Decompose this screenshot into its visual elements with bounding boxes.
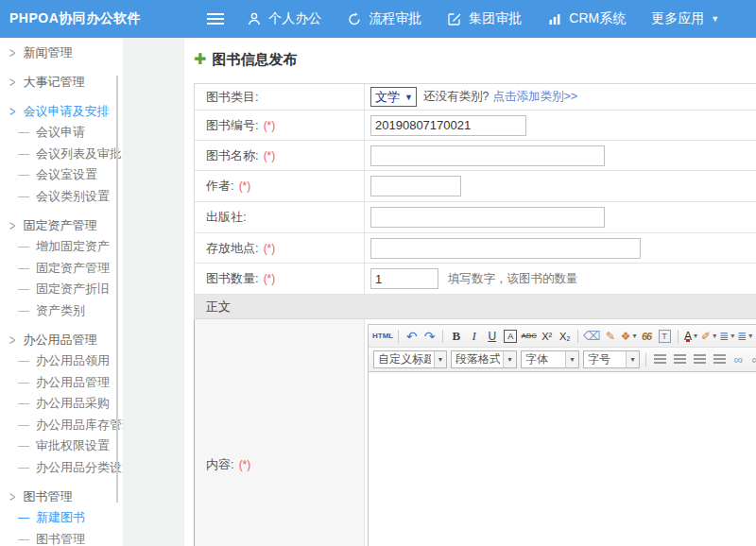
editor-format-brush-button[interactable]: ✎ <box>603 328 619 345</box>
editor-justify-full-button[interactable] <box>711 351 729 368</box>
editor-font-family-select[interactable]: 字体▾ <box>521 350 579 368</box>
sidebar-item[interactable]: —办公用品管理 <box>0 372 123 394</box>
chevron-down-icon: ▼ <box>711 14 719 24</box>
dropdown-arrow-icon: ▾ <box>503 351 516 367</box>
no-category-text: 还没有类别? <box>423 89 489 105</box>
chevron-right-icon: > <box>9 219 15 233</box>
editor-paste-text-button[interactable]: T <box>657 328 673 345</box>
editor-italic-button[interactable]: I <box>466 328 482 345</box>
redo-icon: ↷ <box>424 329 436 344</box>
sidebar-item[interactable]: —办公用品库存管理 <box>0 415 123 436</box>
hamburger-menu-icon[interactable] <box>207 13 224 25</box>
editor-font-size-select[interactable]: 字号▾ <box>583 350 640 368</box>
sidebar-item[interactable]: —固定资产管理 <box>0 258 123 280</box>
nav-label: 更多应用 <box>651 10 704 27</box>
sidebar-item[interactable]: —新建图书 <box>0 507 123 529</box>
sidebar-group[interactable]: >图书管理 <box>0 486 123 507</box>
sidebar-group[interactable]: >大事记管理 <box>0 72 123 93</box>
editor-paragraph-format-select[interactable]: 段落格式▾ <box>451 350 517 368</box>
editor-source-button[interactable]: HTML <box>372 328 393 345</box>
editor-custom-title-select[interactable]: 自定义标题▾ <box>373 350 447 368</box>
sidebar-group[interactable]: >会议申请及安排 <box>0 101 123 122</box>
editor-justify-right-button[interactable] <box>691 351 709 368</box>
sidebar-item[interactable]: —会议列表及审批 <box>0 144 123 165</box>
book-name-input[interactable] <box>370 145 605 166</box>
nav-item-crm-system[interactable]: CRM系统 <box>547 10 626 27</box>
sidebar-item[interactable]: —图书管理 <box>0 529 123 546</box>
sidebar-item-label: 会议申请 <box>36 124 85 141</box>
editor-underline-button[interactable]: U <box>484 328 500 345</box>
undo-icon: ↶ <box>406 329 418 344</box>
editor-eraser-button[interactable]: ⌫ <box>583 328 600 345</box>
editor-justify-center-button[interactable] <box>671 351 689 368</box>
sidebar-nav: >新闻管理>大事记管理>会议申请及安排—会议申请—会议列表及审批—会议室设置—会… <box>0 43 123 546</box>
row-value-cell <box>365 111 756 140</box>
quantity-hint: 填写数字，该图书的数量 <box>448 271 578 287</box>
nav-item-group-approval[interactable]: 集团审批 <box>447 10 522 27</box>
unordered-list-icon: ≣ <box>737 330 747 343</box>
nav-item-personal-office[interactable]: 个人办公 <box>247 10 321 27</box>
editor-unlink-button[interactable]: ∞ <box>748 351 756 368</box>
editor-font-border-button[interactable]: A <box>502 328 519 345</box>
editor-font-color-button[interactable]: A▾ <box>683 328 699 345</box>
dropdown-arrow-icon: ▾ <box>565 351 578 367</box>
editor-blockquote-button[interactable]: 66 <box>639 328 655 345</box>
sidebar-item-label: 办公用品采购 <box>36 395 110 412</box>
sidebar-item[interactable]: —会议申请 <box>0 122 123 144</box>
dash-icon: — <box>18 240 29 253</box>
editor-subscript-button[interactable]: X₂ <box>557 328 573 345</box>
dash-icon: — <box>18 126 29 139</box>
publisher-label: 出版社: <box>206 209 247 226</box>
section-header-body: 正文 <box>195 295 756 319</box>
sidebar-item[interactable]: —增加固定资产 <box>0 236 123 258</box>
editor-superscript-button[interactable]: X² <box>539 328 555 345</box>
quantity-input[interactable] <box>370 268 438 289</box>
nav-item-workflow-approval[interactable]: 流程审批 <box>347 10 421 27</box>
sidebar-group[interactable]: >固定资产管理 <box>0 215 123 236</box>
sidebar-group[interactable]: >办公用品管理 <box>0 330 123 350</box>
sidebar-item[interactable]: —办公用品分类设置 <box>0 457 123 479</box>
sidebar-item-label: 办公用品库存管理 <box>36 417 123 434</box>
required-mark: (*) <box>239 179 251 193</box>
sidebar-group[interactable]: >新闻管理 <box>0 43 123 63</box>
editor-undo-button[interactable]: ↶ <box>404 328 420 345</box>
author-input[interactable] <box>370 176 461 196</box>
sidebar-item[interactable]: —资产类别 <box>0 300 123 322</box>
book-number-input[interactable] <box>370 115 526 136</box>
editor-justify-left-button[interactable] <box>651 351 669 368</box>
category-select[interactable]: 文学▼ <box>370 87 417 107</box>
row-value-cell: 填写数字，该图书的数量 <box>365 264 756 294</box>
sidebar-group-label: 大事记管理 <box>23 74 84 91</box>
editor-redo-button[interactable]: ↷ <box>421 328 438 345</box>
nav-label: CRM系统 <box>569 10 626 27</box>
editor-auto-typeset-button[interactable]: ❖▾ <box>621 328 637 345</box>
sidebar-scrollbar[interactable] <box>116 76 118 503</box>
publisher-input[interactable] <box>370 207 605 228</box>
sidebar-item[interactable]: —审批权限设置 <box>0 435 123 457</box>
editor-ordered-list-button[interactable]: ≣▾ <box>719 328 735 345</box>
sidebar-item[interactable]: —办公用品领用 <box>0 350 123 372</box>
sidebar-item[interactable]: —固定资产折旧 <box>0 279 123 300</box>
sidebar-item[interactable]: —办公用品采购 <box>0 393 123 415</box>
editor-link-button[interactable]: ∞ <box>730 351 747 368</box>
top-nav: 个人办公 流程审批 集团审批 CRM系统 更多应用 ▼ <box>247 10 745 27</box>
sidebar-item-label: 资产类别 <box>36 302 85 319</box>
editor-strikethrough-button[interactable]: ABC <box>521 328 537 345</box>
form-row: 作者:(*) <box>195 171 756 202</box>
editor-bold-button[interactable]: B <box>448 328 464 345</box>
nav-item-more-apps[interactable]: 更多应用 ▼ <box>651 10 719 27</box>
sidebar-item[interactable]: —会议类别设置 <box>0 186 123 208</box>
editor-unordered-list-button[interactable]: ≣▾ <box>737 328 753 345</box>
blockquote-icon: 66 <box>642 331 651 342</box>
chevron-down-icon: ▾ <box>713 332 716 340</box>
row-label-cell: 图书数量:(*) <box>195 264 365 294</box>
editor-content-area[interactable] <box>369 372 756 546</box>
location-input[interactable] <box>370 238 641 259</box>
form-row: 出版社: <box>195 202 756 233</box>
sidebar-item[interactable]: —会议室设置 <box>0 164 123 186</box>
topbar: PHPOA协同办公软件 个人办公 流程审批 集团审批 CRM系统 <box>0 0 756 38</box>
editor-highlight-color-button[interactable]: ✐▾ <box>701 328 717 345</box>
add-category-link[interactable]: 点击添加类别>> <box>492 89 577 105</box>
dash-icon: — <box>18 282 29 296</box>
form-row: 图书数量:(*)填写数字，该图书的数量 <box>195 264 756 295</box>
